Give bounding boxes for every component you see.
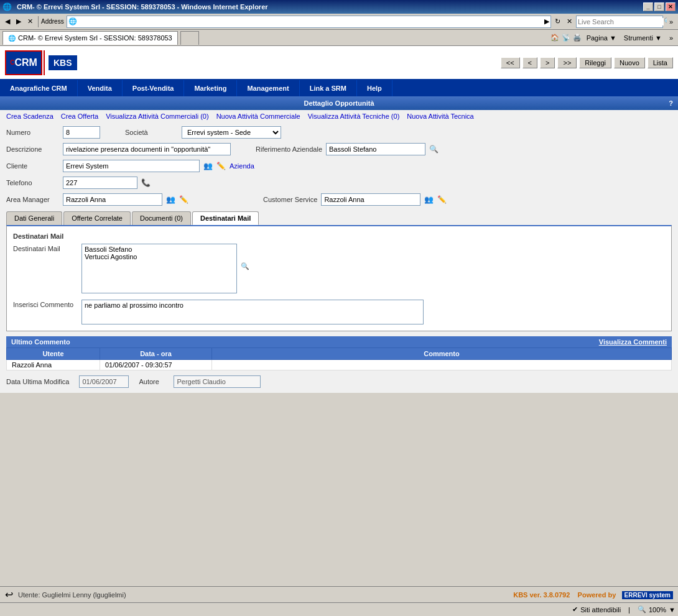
descrizione-input[interactable] <box>63 143 231 155</box>
window-titlebar: 🌐 CRM- © Errevi System Srl - SESSION: 58… <box>0 0 678 14</box>
tab-offerte-correlate[interactable]: Offerte Correlate <box>63 211 131 225</box>
stop-btn[interactable]: ✕ <box>564 16 575 27</box>
comments-table: Utente Data - ora Commento Razzoli Anna … <box>6 347 672 370</box>
crea-scadenza-link[interactable]: Crea Scadenza <box>6 113 53 120</box>
tab-destinatari-mail[interactable]: Destinatari Mail <box>192 211 259 225</box>
close-button[interactable]: ✕ <box>666 2 676 11</box>
nav-last-button[interactable]: >> <box>557 57 577 68</box>
back-button[interactable]: ◀ <box>2 16 12 27</box>
rileggi-button[interactable]: Rileggi <box>579 57 611 68</box>
go-button[interactable]: ▶ <box>544 17 549 25</box>
rss-icon[interactable]: 📡 <box>562 34 570 42</box>
menu-marketing[interactable]: Marketing <box>184 80 237 96</box>
table-row: Razzoli Anna 01/06/2007 - 09:30:57 <box>7 360 672 370</box>
col-utente: Utente <box>7 348 100 360</box>
azienda-link[interactable]: Azienda <box>230 162 254 170</box>
visualizza-attivita-tecniche-link[interactable]: Visualizza Attività Tecniche (0) <box>308 113 400 120</box>
refresh-btn2[interactable]: ↻ <box>552 16 563 27</box>
bottom-form: Data Ultima Modifica Autore <box>6 375 672 388</box>
maximize-button[interactable]: □ <box>654 2 664 11</box>
descrizione-row: Descrizione <box>6 143 231 155</box>
nuovo-button[interactable]: Nuovo <box>614 57 645 68</box>
window-title: CRM- © Errevi System Srl - SESSION: 5893… <box>14 3 643 11</box>
societa-select[interactable]: Errevi system - Sede <box>182 126 281 139</box>
ie-tab-main[interactable]: 🌐 CRM- © Errevi System Srl - SESSION: 58… <box>2 31 178 45</box>
page-title: Dettaglio Opportunità <box>304 99 374 107</box>
riferimento-icon[interactable]: 🔍 <box>429 145 439 154</box>
area-manager-edit-icon[interactable]: ✏️ <box>179 195 188 204</box>
menu-vendita[interactable]: Vendita <box>78 80 123 96</box>
nuova-attivita-commerciale-link[interactable]: Nuova Attività Commerciale <box>216 113 300 120</box>
cell-commento <box>212 360 672 370</box>
window-controls[interactable]: _ □ ✕ <box>643 2 676 11</box>
cliente-row: Cliente 👥 ✏️ Azienda <box>6 160 254 172</box>
address-bar[interactable]: 🌐 http://crm/IntranetFrame.asp?ASP=./CK_… <box>67 16 551 28</box>
errevi-logo: ERREVI system <box>622 591 673 599</box>
telefono-input[interactable] <box>63 177 137 189</box>
strumenti-btn[interactable]: Strumenti ▼ <box>621 33 664 43</box>
autore-label: Autore <box>139 378 164 385</box>
refresh-button[interactable]: ✕ <box>25 16 35 27</box>
nav-next-button[interactable]: > <box>540 57 555 68</box>
telefono-icon[interactable]: 📞 <box>141 178 151 187</box>
ie-toolbar: ◀ ▶ ✕ Address 🌐 http://crm/IntranetFrame… <box>0 14 678 30</box>
commento-label: Inserisci Commento <box>13 300 75 308</box>
app-footer: ↩ Utente: Guglielmi Lenny (lguglielmi) K… <box>0 586 678 602</box>
cs-search-icon[interactable]: 👥 <box>424 195 434 204</box>
forward-button[interactable]: ▶ <box>14 16 24 27</box>
cliente-edit-icon[interactable]: ✏️ <box>216 162 226 170</box>
address-input[interactable]: http://crm/IntranetFrame.asp?ASP=./CK_HO… <box>80 18 544 25</box>
more-btn[interactable]: » <box>667 33 676 43</box>
content-section: Crea Scadenza Crea Offerta Visualizza At… <box>0 110 678 393</box>
riferimento-row: Riferimento Aziendale 🔍 <box>256 143 439 155</box>
home-icon[interactable]: 🏠 <box>550 34 559 42</box>
destinatari-mail-panel: Destinatari Mail Destinatari Mail Bassol… <box>6 225 672 331</box>
pagina-btn[interactable]: Pagina ▼ <box>584 33 619 43</box>
cell-data-ora: 01/06/2007 - 09:30:57 <box>100 360 212 370</box>
commento-textarea[interactable]: ne parliamo al prossimo incontro <box>81 300 424 324</box>
tab-dati-generali[interactable]: Dati Generali <box>6 211 62 225</box>
menu-link-srm[interactable]: Link a SRM <box>300 80 357 96</box>
ie-tab-new[interactable] <box>180 31 199 45</box>
societa-row: Società Errevi system - Sede <box>125 126 281 139</box>
cliente-input[interactable] <box>63 160 200 172</box>
data-ultima-modifica-label: Data Ultima Modifica <box>6 378 69 385</box>
toolbar-options[interactable]: » <box>667 17 676 27</box>
app-logo: C CRM KBS <box>5 50 77 75</box>
zoom-level: 100% <box>649 606 666 614</box>
area-manager-search-icon[interactable]: 👥 <box>166 195 175 204</box>
app-header: C CRM KBS << < > >> Rileggi Nuovo Lista <box>0 46 678 80</box>
help-button[interactable]: ? <box>669 99 673 107</box>
visualizza-attivita-commerciali-link[interactable]: Visualizza Attività Commerciali (0) <box>106 113 208 120</box>
tab-documenti[interactable]: Documenti (0) <box>132 211 191 225</box>
destinatari-search-icon[interactable]: 🔍 <box>241 262 249 270</box>
destinatari-textarea[interactable]: Bassoli Stefano Vertucci Agostino <box>81 244 237 293</box>
visualizza-commenti-link[interactable]: Visualizza Commenti <box>599 338 667 346</box>
cliente-search-icon[interactable]: 👥 <box>203 162 213 170</box>
area-manager-input[interactable] <box>63 193 162 206</box>
riferimento-input[interactable] <box>326 143 425 155</box>
statusbar-zone-label: Siti attendibili <box>580 606 621 614</box>
customer-service-input[interactable] <box>321 193 420 206</box>
ie-tab-label: CRM- © Errevi System Srl - SESSION: 5893… <box>18 34 172 42</box>
minimize-button[interactable]: _ <box>643 2 653 11</box>
last-comment-title: Ultimo Commento <box>11 338 70 346</box>
numero-input[interactable] <box>63 126 100 139</box>
menu-help[interactable]: Help <box>357 80 392 96</box>
nav-prev-button[interactable]: < <box>522 57 537 68</box>
nuova-attivita-tecnica-link[interactable]: Nuova Attività Tecnica <box>407 113 473 120</box>
menu-post-vendita[interactable]: Post-Vendita <box>123 80 185 96</box>
numero-label: Numero <box>6 129 59 136</box>
menu-anagrafiche[interactable]: Anagrafiche CRM <box>0 80 78 96</box>
print-icon[interactable]: 🖨️ <box>573 34 582 42</box>
zoom-dropdown[interactable]: ▼ <box>669 606 676 614</box>
ie-tabbar: 🌐 CRM- © Errevi System Srl - SESSION: 58… <box>0 30 678 46</box>
nav-first-button[interactable]: << <box>501 57 520 68</box>
search-input[interactable] <box>578 18 664 25</box>
cs-edit-icon[interactable]: ✏️ <box>437 195 447 204</box>
menu-management[interactable]: Management <box>237 80 299 96</box>
cliente-label: Cliente <box>6 162 59 170</box>
lista-button[interactable]: Lista <box>648 57 673 68</box>
crea-offerta-link[interactable]: Crea Offerta <box>61 113 98 120</box>
search-box[interactable]: 🔍 <box>576 16 663 28</box>
